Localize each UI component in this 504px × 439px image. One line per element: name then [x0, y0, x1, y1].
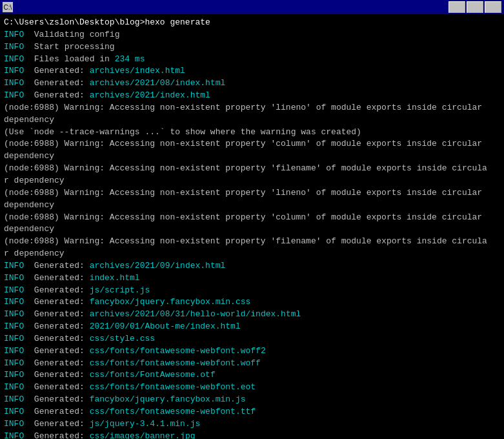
console-line: INFO Generated: css/fonts/fontawesome-we… — [4, 382, 500, 394]
console-line: INFO Generated: css/style.css — [4, 333, 500, 345]
console-line: INFO Generated: js/script.js — [4, 285, 500, 297]
title-bar: C:\ — [0, 0, 504, 14]
console-line: INFO Generated: css/fonts/fontawesome-we… — [4, 406, 500, 418]
console-line: INFO Generated: 2021/09/01/About-me/inde… — [4, 321, 500, 333]
console-line: INFO Generated: archives/2021/09/index.h… — [4, 260, 500, 272]
console-output: C:\Users\zslon\Desktop\blog>hexo generat… — [0, 14, 504, 439]
console-line: (node:6988) Warning: Accessing non-exist… — [4, 212, 500, 224]
console-line: (node:6988) Warning: Accessing non-exist… — [4, 102, 500, 114]
console-line: (Use `node --trace-warnings ...` to show… — [4, 127, 500, 139]
console-line: (node:6988) Warning: Accessing non-exist… — [4, 163, 500, 175]
console-line: INFO Generated: css/fonts/FontAwesome.ot… — [4, 369, 500, 382]
console-line: INFO Generated: fancybox/jquery.fancybox… — [4, 296, 500, 309]
console-line: (node:6988) Warning: Accessing non-exist… — [4, 138, 500, 150]
console-line: INFO Generated: index.html — [4, 272, 500, 285]
console-line: (node:6988) Warning: Accessing non-exist… — [4, 187, 500, 199]
console-line: INFO Generated: archives/2021/index.html — [4, 90, 500, 102]
console-line: INFO Generated: css/images/banner.jpg — [4, 431, 500, 439]
console-line: INFO Generated: css/fonts/fontawesome-we… — [4, 358, 500, 370]
console-line: dependency — [4, 114, 500, 127]
console-line: INFO Generated: archives/index.html — [4, 65, 500, 77]
console-line: INFO Start processing — [4, 41, 500, 54]
console-line: dependency — [4, 199, 500, 212]
console-line: INFO Generated: fancybox/jquery.fancybox… — [4, 394, 500, 406]
close-button[interactable] — [485, 1, 501, 13]
cmd-icon: C:\ — [3, 2, 13, 12]
console-line: INFO Generated: js/jquery-3.4.1.min.js — [4, 418, 500, 431]
console-line: INFO Files loaded in 234 ms — [4, 54, 500, 66]
console-line: INFO Generated: archives/2021/08/31/hell… — [4, 309, 500, 321]
prompt-command: C:\Users\zslon\Desktop\blog>hexo generat… — [4, 17, 500, 29]
console-line: r dependency — [4, 175, 500, 187]
console-line: INFO Validating config — [4, 29, 500, 41]
maximize-button[interactable] — [467, 1, 483, 13]
console-line: dependency — [4, 150, 500, 163]
console-line: (node:6988) Warning: Accessing non-exist… — [4, 236, 500, 248]
title-bar-buttons — [449, 1, 501, 13]
console-line: r dependency — [4, 248, 500, 260]
console-line: INFO Generated: archives/2021/08/index.h… — [4, 77, 500, 90]
console-line: dependency — [4, 223, 500, 236]
minimize-button[interactable] — [449, 1, 465, 13]
title-bar-left: C:\ — [3, 2, 17, 12]
console-line: INFO Generated: css/fonts/fontawesome-we… — [4, 345, 500, 358]
